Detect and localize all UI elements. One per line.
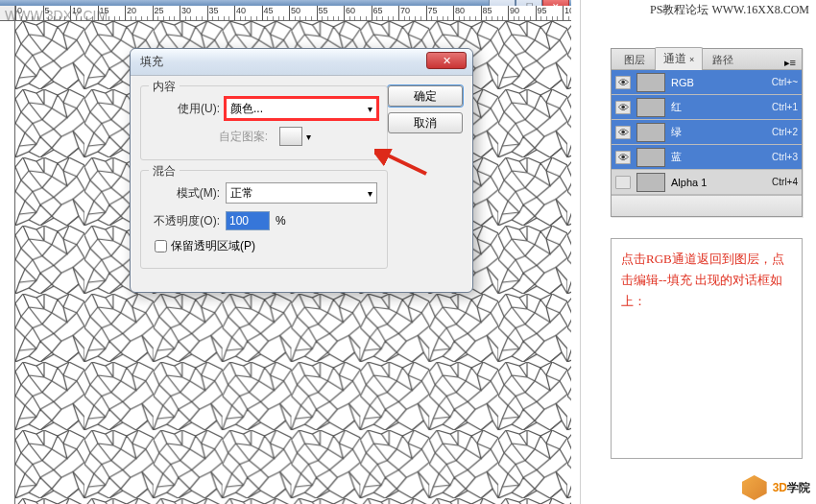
dialog-body: 内容 使用(U): 颜色... ▾ 自定图案: ▾ 混合 模式(M): <box>131 76 472 292</box>
channel-thumbnail <box>636 173 665 192</box>
channel-shortcut: Ctrl+~ <box>772 77 798 87</box>
watermark-top-left: WWW.3DXY.CIM <box>5 8 108 23</box>
visibility-eye-icon[interactable]: 👁 <box>615 101 631 114</box>
instruction-text: 点击RGB通道返回到图层，点击编辑--填充 出现的对话框如上： <box>621 249 792 312</box>
dialog-titlebar[interactable]: 填充 <box>131 49 472 76</box>
opacity-input[interactable] <box>226 211 270 230</box>
visibility-eye-icon[interactable]: 👁 <box>615 151 631 164</box>
use-label: 使用(U): <box>151 101 226 117</box>
panel-tabs: 图层 通道 × 路径 ▸≡ <box>612 49 802 70</box>
visibility-eye-icon[interactable] <box>615 176 631 189</box>
chevron-down-icon: ▾ <box>368 104 372 114</box>
channel-shortcut: Ctrl+2 <box>772 127 798 137</box>
preserve-transparency-label: 保留透明区域(P) <box>171 238 255 254</box>
channel-thumbnail <box>636 73 665 92</box>
content-group: 内容 使用(U): 颜色... ▾ 自定图案: ▾ <box>140 85 388 160</box>
chevron-down-icon[interactable]: ▾ <box>302 132 314 142</box>
channel-name: 红 <box>671 100 766 114</box>
channel-row[interactable]: 👁红Ctrl+1 <box>612 95 802 120</box>
channel-name: RGB <box>671 77 766 88</box>
dialog-close-button[interactable] <box>426 52 467 69</box>
ruler-vertical <box>0 21 15 504</box>
ok-button[interactable]: 确定 <box>388 85 463 107</box>
use-dropdown[interactable]: 颜色... ▾ <box>226 98 377 119</box>
channel-name: 蓝 <box>671 150 766 164</box>
panel-footer <box>612 195 802 216</box>
blend-group: 混合 模式(M): 正常 ▾ 不透明度(O): % 保留透明区域(P) <box>140 170 388 269</box>
visibility-eye-icon[interactable]: 👁 <box>615 126 631 139</box>
tab-paths[interactable]: 路径 <box>704 49 742 70</box>
channel-list: 👁RGBCtrl+~👁红Ctrl+1👁绿Ctrl+2👁蓝Ctrl+3Alpha … <box>612 70 802 195</box>
preserve-transparency-checkbox[interactable] <box>155 240 167 252</box>
channels-panel: 图层 通道 × 路径 ▸≡ 👁RGBCtrl+~👁红Ctrl+1👁绿Ctrl+2… <box>611 48 803 217</box>
dialog-title: 填充 <box>140 54 163 70</box>
mode-dropdown[interactable]: 正常 ▾ <box>226 182 377 204</box>
channel-row[interactable]: 👁绿Ctrl+2 <box>612 120 802 145</box>
instruction-note: 点击RGB通道返回到图层，点击编辑--填充 出现的对话框如上： <box>611 238 803 459</box>
visibility-eye-icon[interactable]: 👁 <box>615 76 631 89</box>
ruler-tick: 100 <box>563 6 571 21</box>
mode-label: 模式(M): <box>151 185 226 202</box>
tab-channels[interactable]: 通道 × <box>655 47 703 70</box>
channel-name: Alpha 1 <box>671 177 766 188</box>
channel-shortcut: Ctrl+1 <box>772 102 798 112</box>
panel-menu-icon[interactable]: ▸≡ <box>779 57 802 69</box>
watermark-bottom-right: 3D学院 <box>742 475 810 500</box>
opacity-label: 不透明度(O): <box>151 213 226 229</box>
channel-thumbnail <box>636 98 665 117</box>
use-dropdown-value: 颜色... <box>230 101 263 117</box>
channel-thumbnail <box>636 123 665 142</box>
opacity-percent: % <box>276 214 286 228</box>
pattern-label: 自定图案: <box>151 129 274 145</box>
mode-dropdown-value: 正常 <box>230 185 253 202</box>
channel-row[interactable]: 👁蓝Ctrl+3 <box>612 145 802 170</box>
channel-shortcut: Ctrl+3 <box>772 152 798 162</box>
blend-group-label: 混合 <box>149 163 180 180</box>
content-group-label: 内容 <box>149 79 180 95</box>
tab-layers[interactable]: 图层 <box>615 49 654 70</box>
fill-dialog: 填充 内容 使用(U): 颜色... ▾ 自定图案: ▾ <box>130 48 473 293</box>
chevron-down-icon: ▾ <box>368 188 372 199</box>
channel-thumbnail <box>636 148 665 167</box>
cancel-button[interactable]: 取消 <box>388 112 463 133</box>
watermark-top-right: PS教程论坛 WWW.16XX8.COM <box>648 2 811 18</box>
channel-row[interactable]: Alpha 1Ctrl+4 <box>612 170 802 195</box>
channel-shortcut: Ctrl+4 <box>772 177 798 187</box>
pattern-swatch[interactable] <box>279 127 302 146</box>
cube-icon <box>742 475 767 500</box>
channel-row[interactable]: 👁RGBCtrl+~ <box>612 70 802 95</box>
channel-name: 绿 <box>671 125 766 139</box>
